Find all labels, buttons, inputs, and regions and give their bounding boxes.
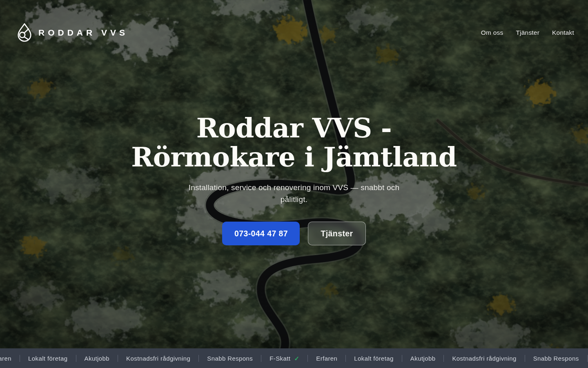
- ticker-item: Akutjobb: [76, 355, 118, 362]
- checkmark-icon: ✓: [294, 355, 299, 361]
- ticker-item: Lokalt företag: [346, 355, 402, 362]
- page-title-line1: Roddar VVS -: [131, 114, 457, 143]
- droplet-logo-icon: [16, 23, 33, 43]
- ticker-item: Snabb Respons: [525, 355, 587, 362]
- ticker-item: Snabb Respons: [199, 355, 261, 362]
- ticker-bar: ErfarenLokalt företagAkutjobbKostnadsfri…: [0, 348, 588, 368]
- nav-item-tjanster[interactable]: Tjänster: [516, 29, 539, 36]
- nav-item-om-oss[interactable]: Om oss: [481, 29, 503, 36]
- page-title-line2: Rörmokare i Jämtland: [131, 143, 457, 172]
- ticker-item: Lokalt företag: [20, 355, 76, 362]
- main-nav: Om oss Tjänster Kontakt: [481, 29, 574, 36]
- brand-logo[interactable]: RODDAR VVS: [16, 23, 128, 43]
- hero-content: Roddar VVS - Rörmokare i Jämtland Instal…: [0, 0, 588, 368]
- cta-row: 073-044 47 87 Tjänster: [222, 222, 365, 245]
- brand-name: RODDAR VVS: [38, 28, 128, 38]
- ticker-item: Erfaren: [308, 355, 345, 362]
- ticker-item: Kostnadsfri rådgivning: [118, 355, 198, 362]
- ticker-item: Kostnadsfri rådgivning: [444, 355, 524, 362]
- ticker-item: Erfaren: [0, 355, 20, 362]
- nav-item-kontakt[interactable]: Kontakt: [552, 29, 574, 36]
- hero-section: RODDAR VVS Om oss Tjänster Kontakt Rodda…: [0, 0, 588, 368]
- phone-call-button[interactable]: 073-044 47 87: [222, 222, 300, 245]
- page-title: Roddar VVS - Rörmokare i Jämtland: [131, 114, 457, 172]
- ticker-item: Akutjobb: [402, 355, 444, 362]
- ticker-item: F-Skatt✓: [261, 355, 307, 362]
- site-header: RODDAR VVS Om oss Tjänster Kontakt: [0, 0, 588, 43]
- services-button[interactable]: Tjänster: [308, 222, 365, 245]
- ticker: ErfarenLokalt företagAkutjobbKostnadsfri…: [0, 355, 588, 362]
- hero-subtitle: Installation, service och renovering ino…: [176, 182, 412, 205]
